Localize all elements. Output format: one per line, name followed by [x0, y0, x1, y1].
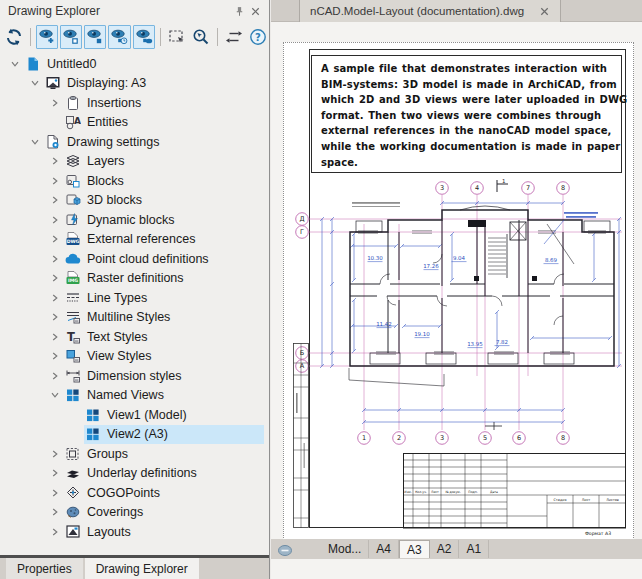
help-button[interactable]: ?: [247, 25, 269, 49]
tree-item-content[interactable]: AEntities: [64, 113, 264, 133]
tree-item-cogopoints[interactable]: COGOPoints: [0, 483, 269, 503]
chevron-right-icon[interactable]: [46, 331, 64, 343]
tree-item-external-references[interactable]: DWGExternal references: [0, 230, 269, 250]
tree-item-drawing-settings[interactable]: Drawing settings: [0, 132, 269, 152]
sheet-tab-a1[interactable]: A1: [459, 540, 489, 558]
chevron-right-icon[interactable]: [46, 155, 64, 167]
tree-item-named-views[interactable]: Named Views: [0, 386, 269, 406]
tree-item-coverings[interactable]: Coverings: [0, 503, 269, 523]
eye-clock-button[interactable]: [108, 25, 130, 49]
eye-solid-square-button[interactable]: [84, 25, 106, 49]
tree-item-insertions[interactable]: Insertions: [0, 93, 269, 113]
tree-item-content[interactable]: Insertions: [64, 93, 264, 113]
chevron-right-icon[interactable]: [46, 350, 64, 362]
tree-item-content[interactable]: Multiline Styles: [64, 308, 264, 328]
tree-item-content[interactable]: IMGRaster definitions: [64, 269, 264, 289]
sheet-tab-a3[interactable]: A3: [399, 540, 430, 558]
chevron-down-icon[interactable]: [26, 77, 44, 89]
tree-item-content[interactable]: Displaying: A3: [44, 74, 264, 94]
tree-item-content[interactable]: COGOPoints: [64, 483, 264, 503]
chevron-right-icon[interactable]: [46, 487, 64, 499]
swap-arrows-button[interactable]: [223, 25, 245, 49]
chevron-down-icon[interactable]: [26, 136, 44, 148]
tree-item-content[interactable]: Drawing settings: [44, 132, 264, 152]
tree-item-3d-blocks[interactable]: 3D blocks: [0, 191, 269, 211]
grid-bubble-label: 1: [362, 434, 366, 442]
tree-item-content[interactable]: Point cloud definitions: [64, 249, 264, 269]
pin-icon[interactable]: [231, 3, 247, 19]
chevron-right-icon[interactable]: [46, 272, 64, 284]
tree-item-content[interactable]: Layouts: [64, 522, 264, 542]
tree-item-layouts[interactable]: Layouts: [0, 522, 269, 542]
chevron-right-icon[interactable]: [46, 214, 64, 226]
tree-item-text-styles[interactable]: TText Styles: [0, 327, 269, 347]
tree-item-content[interactable]: DWGExternal references: [64, 230, 264, 250]
tree-item-line-types[interactable]: Line Types: [0, 288, 269, 308]
grid-bubble-label: 7: [526, 184, 530, 192]
tree-item-content[interactable]: View2 (A3): [84, 425, 264, 445]
tree-item-view-styles[interactable]: View Styles: [0, 347, 269, 367]
chevron-right-icon[interactable]: [46, 175, 64, 187]
chevron-right-icon[interactable]: [46, 506, 64, 518]
tree-item-content[interactable]: Dynamic blocks: [64, 210, 264, 230]
chevron-right-icon[interactable]: [46, 311, 64, 323]
tree-item-untitled0[interactable]: Untitled0: [0, 54, 269, 74]
tree-item-content[interactable]: View1 (Model): [84, 405, 264, 425]
chevron-right-icon[interactable]: [46, 253, 64, 265]
chevron-right-icon[interactable]: [46, 97, 64, 109]
tree-item-underlay-definitions[interactable]: Underlay definitions: [0, 464, 269, 484]
tree-item-content[interactable]: Layers: [64, 152, 264, 172]
sheet-tab-a4[interactable]: A4: [369, 540, 399, 558]
tree-item-entities[interactable]: AEntities: [0, 113, 269, 133]
tree-item-content[interactable]: Dimension styles: [64, 366, 264, 386]
tree-item-content[interactable]: View Styles: [64, 347, 264, 367]
tree-item-content[interactable]: Line Types: [64, 288, 264, 308]
tree-item-multiline-styles[interactable]: Multiline Styles: [0, 308, 269, 328]
drawing-canvas[interactable]: A sample file that demonstrates interact…: [271, 23, 642, 559]
tree-item-dynamic-blocks[interactable]: Dynamic blocks: [0, 210, 269, 230]
grid-bubble-label: 3: [440, 434, 444, 442]
tree-item-layers[interactable]: Layers: [0, 152, 269, 172]
layers-icon: [65, 153, 82, 169]
tree-item-blocks[interactable]: Blocks: [0, 171, 269, 191]
tree-item-content[interactable]: Named Views: [64, 386, 264, 406]
chevron-right-icon[interactable]: [46, 467, 64, 479]
panel-tab-properties[interactable]: Properties: [6, 558, 83, 579]
tree-item-dimension-styles[interactable]: Dimension styles: [0, 366, 269, 386]
tree-item-view2-a3[interactable]: View2 (A3): [0, 425, 269, 445]
tree-item-point-cloud-definitions[interactable]: Point cloud definitions: [0, 249, 269, 269]
chevron-right-icon[interactable]: [46, 448, 64, 460]
selection-rectangle-button[interactable]: [166, 25, 188, 49]
eye-plus-button[interactable]: [36, 25, 58, 49]
tree-item-content[interactable]: TText Styles: [64, 327, 264, 347]
layout-list-icon[interactable]: [277, 543, 293, 556]
refresh-button[interactable]: [3, 25, 25, 49]
chevron-right-icon[interactable]: [46, 292, 64, 304]
chevron-right-icon[interactable]: [46, 370, 64, 382]
sheet-tab-mod[interactable]: Mod...: [321, 540, 369, 558]
tree-item-content[interactable]: Underlay definitions: [64, 464, 264, 484]
zoom-selection-button[interactable]: [190, 25, 212, 49]
eye-ellipse-button[interactable]: [133, 25, 155, 49]
tree-item-raster-definitions[interactable]: IMGRaster definitions: [0, 269, 269, 289]
tree-item-groups[interactable]: Groups: [0, 444, 269, 464]
tree-item-content[interactable]: Untitled0: [24, 54, 264, 74]
tab-close-icon[interactable]: [538, 5, 550, 17]
tree-item-content[interactable]: Groups: [64, 444, 264, 464]
chevron-right-icon[interactable]: [46, 526, 64, 538]
panel-tab-drawing-explorer[interactable]: Drawing Explorer: [85, 558, 199, 579]
chevron-down-icon[interactable]: [6, 58, 24, 70]
sheet-tab-a2[interactable]: A2: [430, 540, 460, 558]
chevron-down-icon[interactable]: [46, 389, 64, 401]
chevron-right-icon[interactable]: [46, 194, 64, 206]
tree-item-content[interactable]: Coverings: [64, 503, 264, 523]
close-icon[interactable]: [247, 3, 263, 19]
titleblock-revision-header: Дата: [490, 490, 498, 494]
tree-item-content[interactable]: Blocks: [64, 171, 264, 191]
chevron-right-icon[interactable]: [46, 233, 64, 245]
eye-hollow-square-button[interactable]: [60, 25, 82, 49]
tree-item-view1-model[interactable]: View1 (Model): [0, 405, 269, 425]
tree-item-content[interactable]: 3D blocks: [64, 191, 264, 211]
tree-item-displaying-a3[interactable]: Displaying: A3: [0, 74, 269, 94]
document-tab[interactable]: nCAD.Model-Layout (documentation).dwg: [299, 0, 561, 22]
